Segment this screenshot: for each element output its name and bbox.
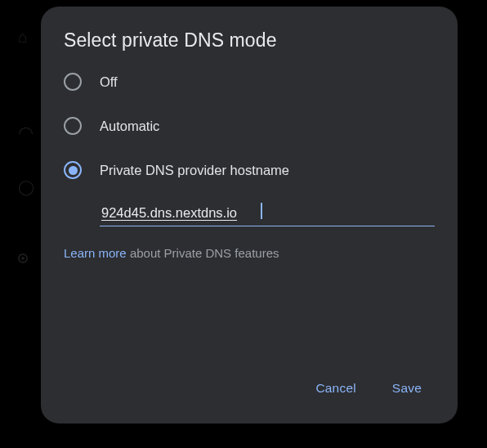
learn-more-link[interactable]: Learn more <box>64 246 127 260</box>
radio-button-icon <box>64 117 82 135</box>
radio-label-off: Off <box>100 74 118 90</box>
hint-text: Learn more about Private DNS features <box>64 246 435 260</box>
dialog-actions: Cancel Save <box>64 376 435 404</box>
dialog-title: Select private DNS mode <box>64 29 435 52</box>
radio-button-selected-icon <box>64 161 82 179</box>
radio-label-automatic: Automatic <box>100 119 159 134</box>
cancel-button[interactable]: Cancel <box>312 376 359 401</box>
dns-mode-radio-group: Off Automatic Private DNS provider hostn… <box>64 73 435 179</box>
bg-ring-icon: ◯ <box>18 178 34 196</box>
radio-option-off[interactable]: Off <box>64 73 435 91</box>
hint-suffix: about Private DNS features <box>127 246 279 260</box>
bg-network-icon: ⌂ <box>18 28 28 47</box>
hostname-input[interactable] <box>100 202 435 226</box>
radio-option-automatic[interactable]: Automatic <box>64 117 435 135</box>
hostname-input-container <box>100 202 435 226</box>
private-dns-dialog: Select private DNS mode Off Automatic Pr… <box>41 7 458 423</box>
radio-option-provider[interactable]: Private DNS provider hostname <box>64 161 435 179</box>
radio-label-provider: Private DNS provider hostname <box>100 163 289 178</box>
bg-dot-icon <box>18 253 28 263</box>
bg-wifi-icon: ◠ <box>18 123 34 144</box>
text-cursor-icon <box>261 203 262 219</box>
radio-button-icon <box>64 73 82 91</box>
save-button[interactable]: Save <box>389 376 425 401</box>
